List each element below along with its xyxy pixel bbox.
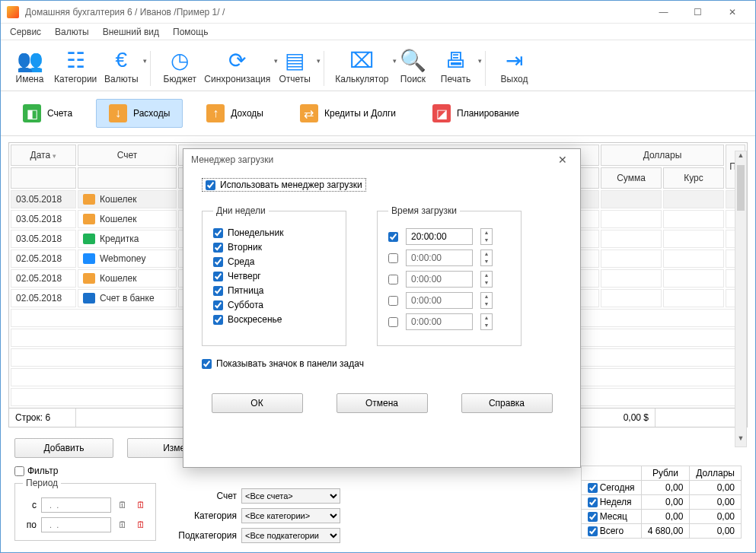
time-input[interactable] bbox=[406, 271, 473, 288]
tab-planning[interactable]: ◪Планирование bbox=[419, 99, 532, 128]
reports-button[interactable]: ▤Отчеты▾ bbox=[273, 46, 316, 86]
time-checkbox[interactable] bbox=[388, 317, 398, 327]
ok-button[interactable]: ОК bbox=[212, 393, 303, 413]
menu-view[interactable]: Внешний вид bbox=[98, 25, 164, 39]
summary-checkbox[interactable] bbox=[588, 512, 598, 522]
scroll-down-icon[interactable]: ▼ bbox=[735, 434, 746, 447]
time-input[interactable] bbox=[406, 292, 473, 309]
time-input[interactable] bbox=[406, 228, 473, 245]
date-to-input[interactable] bbox=[41, 517, 111, 532]
app-icon bbox=[7, 6, 19, 18]
add-button[interactable]: Добавить bbox=[14, 438, 113, 458]
time-spinner[interactable]: ▲▼ bbox=[480, 271, 493, 288]
calendar-clear-icon[interactable]: 🗓 bbox=[134, 518, 148, 532]
tab-credits[interactable]: ⇄Кредиты и Долги bbox=[287, 99, 409, 128]
time-checkbox[interactable] bbox=[388, 296, 398, 306]
summary-checkbox[interactable] bbox=[588, 526, 598, 536]
calendar-icon[interactable]: 🗓 bbox=[116, 498, 129, 512]
time-spinner[interactable]: ▲▼ bbox=[480, 292, 493, 309]
time-spinner[interactable]: ▲▼ bbox=[480, 313, 493, 330]
maximize-button[interactable]: ☐ bbox=[681, 2, 715, 23]
day-checkbox[interactable]: Понедельник bbox=[213, 227, 335, 238]
tab-accounts[interactable]: ◧Счета bbox=[10, 99, 85, 128]
day-checkbox[interactable]: Пятница bbox=[213, 285, 335, 296]
time-spinner[interactable]: ▲▼ bbox=[480, 228, 493, 245]
users-icon: 👥 bbox=[18, 48, 42, 72]
tree-icon: ☷ bbox=[63, 48, 88, 72]
col-rate[interactable]: Курс bbox=[663, 167, 724, 189]
menu-bar: Сервис Валюты Внешний вид Помощь bbox=[1, 24, 755, 40]
menu-currencies[interactable]: Валюты bbox=[50, 25, 94, 39]
day-checkbox[interactable]: Среда bbox=[213, 256, 335, 267]
row-count: Строк: 6 bbox=[9, 408, 76, 427]
day-checkbox[interactable]: Суббота bbox=[213, 300, 335, 310]
names-button[interactable]: 👥Имена bbox=[8, 46, 51, 86]
chevron-down-icon[interactable]: ▾ bbox=[478, 57, 482, 65]
sync-button[interactable]: ⟳Синхронизация▾ bbox=[201, 46, 273, 86]
close-button[interactable]: ✕ bbox=[715, 2, 749, 23]
chevron-down-icon[interactable]: ▾ bbox=[317, 57, 321, 65]
col-account[interactable]: Счет bbox=[78, 145, 177, 166]
report-icon: ▤ bbox=[282, 48, 307, 72]
time-checkbox[interactable] bbox=[388, 253, 398, 263]
tab-income[interactable]: ↑Доходы bbox=[193, 99, 276, 128]
menu-help[interactable]: Помощь bbox=[168, 25, 212, 39]
date-from-input[interactable] bbox=[41, 497, 111, 513]
tray-checkbox[interactable]: Показывать значок в панели задач bbox=[202, 358, 562, 369]
tab-expenses[interactable]: ↓Расходы bbox=[96, 99, 183, 128]
col-sum[interactable]: Сумма bbox=[601, 167, 662, 189]
calc-button[interactable]: ⌧Калькулятор▾ bbox=[332, 46, 391, 86]
account-icon bbox=[83, 273, 95, 284]
calendar-clear-icon[interactable]: 🗓 bbox=[134, 498, 148, 512]
expenses-icon: ↓ bbox=[109, 104, 127, 122]
print-button[interactable]: 🖶Печать▾ bbox=[435, 46, 477, 86]
load-manager-dialog: Менеджер загрузки ✕ Использовать менедже… bbox=[183, 148, 581, 468]
dialog-titlebar[interactable]: Менеджер загрузки ✕ bbox=[183, 149, 580, 170]
days-fieldset: Дни недели ПонедельникВторникСредаЧетвер… bbox=[202, 205, 346, 346]
exit-button[interactable]: ⇥Выход bbox=[493, 46, 536, 86]
account-select[interactable]: <Все счета> bbox=[241, 488, 340, 504]
scroll-up-icon[interactable]: ▲ bbox=[735, 151, 746, 164]
time-input[interactable] bbox=[406, 313, 473, 330]
scroll-thumb[interactable] bbox=[737, 165, 745, 211]
summary-table: РублиДоллары Сегодня0,000,00Неделя0,000,… bbox=[581, 466, 742, 539]
section-tabs: ◧Счета ↓Расходы ↑Доходы ⇄Кредиты и Долги… bbox=[1, 91, 755, 136]
chevron-down-icon[interactable]: ▾ bbox=[143, 57, 147, 65]
day-checkbox[interactable]: Четверг bbox=[213, 271, 335, 281]
day-checkbox[interactable]: Воскресенье bbox=[213, 314, 335, 325]
time-checkbox[interactable] bbox=[388, 232, 398, 242]
window-title: Домашняя бухгалтерия 6 / Иванов /Пример … bbox=[25, 7, 646, 17]
menu-service[interactable]: Сервис bbox=[5, 25, 46, 39]
minimize-button[interactable]: — bbox=[646, 2, 681, 23]
col-date[interactable]: Дата ▾ bbox=[11, 145, 76, 166]
help-button[interactable]: Справка bbox=[461, 393, 553, 413]
categories-button[interactable]: ☷Категории bbox=[51, 46, 100, 86]
wallet-icon: ◧ bbox=[23, 104, 41, 122]
time-checkbox[interactable] bbox=[388, 275, 398, 284]
category-select[interactable]: <Все категории> bbox=[241, 508, 340, 523]
day-checkbox[interactable]: Вторник bbox=[213, 242, 335, 253]
calendar-icon[interactable]: 🗓 bbox=[116, 518, 129, 532]
vertical-scrollbar[interactable]: ▲ ▼ bbox=[735, 151, 747, 447]
search-button[interactable]: 🔍Поиск bbox=[392, 46, 435, 86]
budget-button[interactable]: ◷Бюджет bbox=[158, 46, 201, 86]
summary-row: Сегодня0,000,00 bbox=[581, 481, 741, 495]
time-spinner[interactable]: ▲▼ bbox=[480, 249, 493, 266]
summary-checkbox[interactable] bbox=[588, 483, 598, 493]
summary-checkbox[interactable] bbox=[588, 497, 598, 507]
gauge-icon: ◷ bbox=[167, 48, 192, 72]
time-row: ▲▼ bbox=[388, 271, 510, 288]
subcategory-select[interactable]: <Все подкатегории bbox=[241, 528, 340, 543]
use-manager-checkbox[interactable]: Использовать менеджер загрузки bbox=[202, 178, 366, 192]
account-icon bbox=[83, 214, 95, 224]
cancel-button[interactable]: Отмена bbox=[337, 393, 428, 413]
exit-icon: ⇥ bbox=[502, 48, 527, 72]
account-icon bbox=[83, 234, 95, 244]
col-dollars[interactable]: Доллары bbox=[601, 145, 724, 166]
account-icon bbox=[83, 293, 95, 304]
currencies-button[interactable]: €Валюты▾ bbox=[100, 46, 142, 86]
time-input[interactable] bbox=[406, 249, 473, 266]
credits-icon: ⇄ bbox=[300, 104, 318, 122]
dialog-close-button[interactable]: ✕ bbox=[553, 151, 573, 168]
filter-checkbox[interactable]: Фильтр bbox=[14, 466, 156, 476]
